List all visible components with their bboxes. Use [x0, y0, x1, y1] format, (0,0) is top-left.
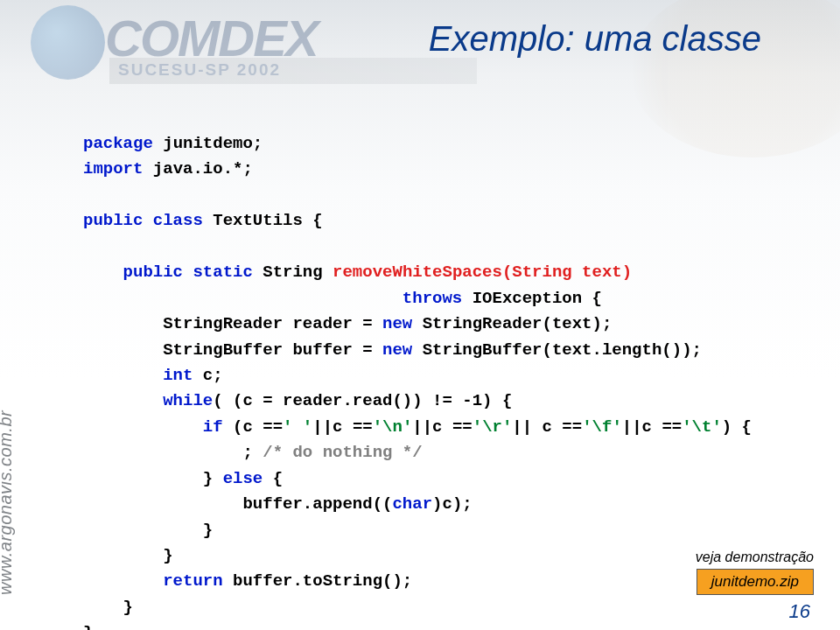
kw-import: import: [83, 159, 143, 178]
bg-comdex: COMDEX: [105, 9, 318, 67]
kw-else: else: [223, 469, 263, 488]
code-text: [83, 262, 123, 282]
method-name: removeWhiteSpaces(String text): [332, 262, 632, 282]
code-text: ( (c = reader.read()) != -1) {: [213, 391, 512, 410]
code-text: buffer.append((: [83, 494, 392, 514]
code-text: buffer.toString();: [223, 571, 413, 591]
code-text: }: [83, 469, 223, 488]
code-text: StringBuffer(text.length());: [412, 340, 702, 360]
kw-if: if: [203, 417, 223, 437]
code-text: [83, 417, 203, 437]
code-text: }: [83, 521, 213, 540]
code-text: ||c ==: [412, 417, 472, 437]
code-text: junitdemo;: [153, 134, 262, 153]
code-text: [83, 366, 163, 385]
code-text: TextUtils {: [203, 211, 323, 230]
code-text: )c);: [432, 494, 472, 514]
code-text: || c ==: [512, 417, 582, 437]
code-text: [83, 289, 402, 308]
globe-icon: [31, 5, 105, 80]
kw-while: while: [163, 391, 213, 410]
kw-public-static: public static: [123, 262, 253, 282]
code-text: [83, 391, 163, 410]
comment: /* do nothing */: [262, 443, 422, 462]
code-text: {: [262, 469, 283, 488]
code-text: c;: [192, 366, 222, 385]
code-text: ||c ==: [622, 417, 682, 437]
demo-badge: junitdemo.zip: [696, 569, 814, 595]
char-literal: ' ': [283, 417, 312, 437]
code-text: }: [83, 623, 93, 630]
kw-new: new: [382, 314, 412, 333]
code-text: [83, 571, 163, 591]
code-text: ) {: [722, 417, 752, 437]
code-text: ;: [83, 443, 262, 462]
char-literal: '\n': [373, 417, 413, 437]
char-literal: '\f': [582, 417, 622, 437]
kw-int: int: [163, 366, 192, 385]
kw-return: return: [163, 571, 222, 591]
code-text: StringReader(text);: [412, 314, 612, 333]
code-text: StringBuffer buffer =: [83, 340, 382, 360]
slide-title: Exemplo: uma classe: [429, 19, 761, 59]
code-text: ||c ==: [312, 417, 372, 437]
char-literal: '\t': [682, 417, 722, 437]
code-text: String: [253, 262, 332, 282]
kw-throws: throws: [402, 289, 462, 308]
bg-sucesu: SUCESU-SP 2002: [109, 58, 477, 84]
char-literal: '\r': [472, 417, 513, 437]
kw-public-class: public class: [83, 211, 203, 230]
sidebar-url: www.argonavis.com.br: [0, 410, 16, 595]
code-text: java.io.*;: [143, 159, 252, 178]
demo-caption: veja demonstração: [696, 550, 814, 565]
code-text: }: [83, 598, 133, 617]
kw-char: char: [392, 494, 432, 514]
demo-callout: veja demonstração junitdemo.zip: [696, 550, 814, 595]
kw-new: new: [382, 340, 412, 360]
page-number: 16: [789, 600, 810, 623]
code-text: }: [83, 546, 173, 565]
code-text: IOException {: [462, 289, 602, 308]
kw-package: package: [83, 134, 153, 153]
code-text: StringReader reader =: [83, 314, 382, 333]
code-text: (c ==: [223, 417, 283, 437]
